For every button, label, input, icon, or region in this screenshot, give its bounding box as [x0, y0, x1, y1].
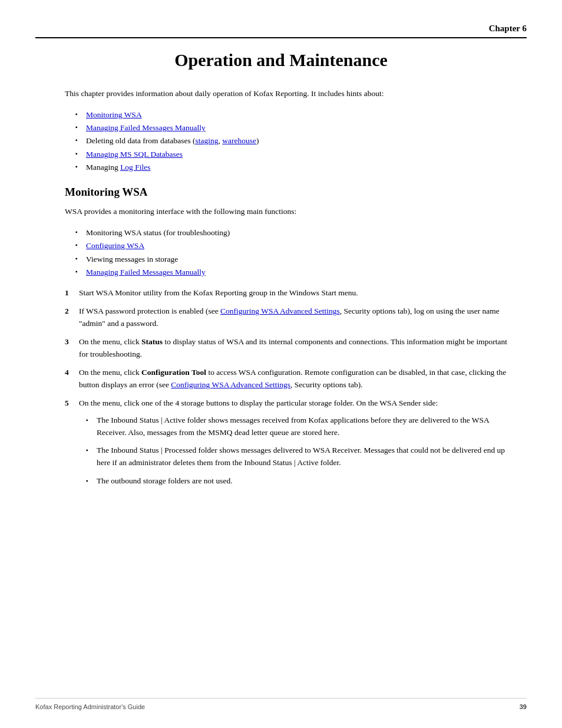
page-number: 39: [520, 703, 527, 710]
list-item: Monitoring WSA: [77, 108, 509, 121]
managing-failed-link-2[interactable]: Managing Failed Messages Manually: [86, 268, 206, 276]
list-item: Viewing messages in storage: [77, 253, 509, 266]
step-number: 4: [65, 367, 69, 379]
list-item: Deleting old data from databases (stagin…: [77, 134, 509, 147]
list-item: Configuring WSA: [77, 239, 509, 252]
chapter-label: Chapter 6: [489, 24, 527, 33]
main-content: This chapter provides information about …: [0, 88, 562, 487]
toc-list: Monitoring WSA Managing Failed Messages …: [77, 108, 509, 174]
step-2: 2 If WSA password protection is enabled …: [65, 305, 509, 330]
intro-paragraph: This chapter provides information about …: [65, 88, 509, 100]
configuring-wsa-link[interactable]: Configuring WSA: [86, 241, 144, 250]
functions-list: Monitoring WSA status (for troubleshooti…: [77, 226, 509, 279]
log-files-link[interactable]: Log Files: [120, 163, 150, 172]
warehouse-link[interactable]: warehouse: [222, 136, 256, 145]
configuring-wsa-advanced-link-2[interactable]: Configuring WSA Advanced Settings: [171, 380, 290, 389]
chapter-header: Chapter 6: [0, 0, 562, 34]
list-item: Managing MS SQL Databases: [77, 148, 509, 161]
footer-left-text: Kofax Reporting Administrator's Guide: [35, 703, 145, 710]
list-item: The outbound storage folders are not use…: [87, 475, 509, 487]
list-item: The Inbound Status | Processed folder sh…: [87, 444, 509, 469]
configuring-wsa-advanced-link-1[interactable]: Configuring WSA Advanced Settings: [220, 307, 340, 315]
step-number: 2: [65, 305, 69, 318]
step-number: 3: [65, 336, 69, 348]
managing-sql-link[interactable]: Managing MS SQL Databases: [86, 150, 183, 159]
monitoring-wsa-intro: WSA provides a monitoring interface with…: [65, 206, 509, 218]
sub-bullet-list: The Inbound Status | Active folder shows…: [87, 414, 509, 488]
step-5: 5 On the menu, click one of the 4 storag…: [65, 397, 509, 488]
page-footer: Kofax Reporting Administrator's Guide 39: [35, 698, 527, 710]
monitoring-wsa-heading: Monitoring WSA: [65, 186, 509, 199]
step-1: 1 Start WSA Monitor utility from the Kof…: [65, 287, 509, 299]
chapter-title: Operation and Maintenance: [0, 38, 562, 88]
page: Chapter 6 Operation and Maintenance This…: [0, 0, 562, 728]
list-item: Managing Log Files: [77, 161, 509, 174]
list-item: Managing Failed Messages Manually: [77, 266, 509, 279]
managing-failed-link[interactable]: Managing Failed Messages Manually: [86, 123, 206, 132]
bold-status: Status: [141, 337, 163, 346]
list-item: The Inbound Status | Active folder shows…: [87, 414, 509, 439]
step-number: 5: [65, 397, 69, 410]
staging-link[interactable]: staging: [196, 136, 219, 145]
step-number: 1: [65, 287, 69, 299]
monitoring-wsa-link[interactable]: Monitoring WSA: [86, 110, 142, 119]
step-3: 3 On the menu, click Status to display s…: [65, 336, 509, 361]
bold-config-tool: Configuration Tool: [141, 368, 206, 377]
list-item: Monitoring WSA status (for troubleshooti…: [77, 226, 509, 239]
steps-list: 1 Start WSA Monitor utility from the Kof…: [65, 287, 509, 487]
list-item: Managing Failed Messages Manually: [77, 121, 509, 134]
step-4: 4 On the menu, click Configuration Tool …: [65, 367, 509, 391]
